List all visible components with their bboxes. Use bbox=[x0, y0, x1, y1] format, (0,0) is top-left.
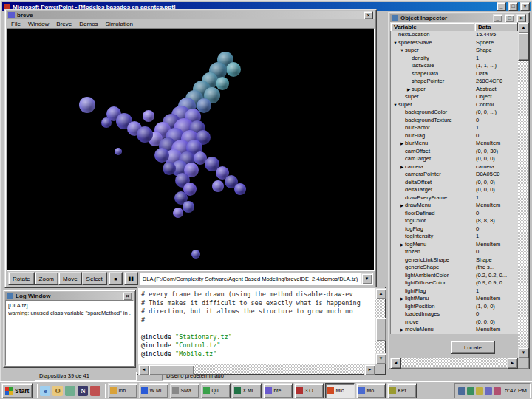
network-icon[interactable] bbox=[485, 387, 492, 395]
ie-icon[interactable]: e bbox=[40, 386, 50, 396]
mode-button-rotate[interactable]: Rotate bbox=[8, 272, 35, 285]
show-desktop-icon[interactable] bbox=[65, 386, 75, 396]
scroll-left-icon[interactable]: ◄ bbox=[138, 364, 149, 375]
chevron-right-icon[interactable]: ▶ bbox=[399, 163, 405, 171]
table-row[interactable]: move(0, 0, 0) bbox=[391, 318, 518, 327]
table-row[interactable]: cameraPointerD0A05C0 bbox=[391, 171, 518, 179]
task-button[interactable]: SMa... bbox=[170, 383, 200, 398]
chevron-right-icon[interactable]: ▶ bbox=[399, 326, 405, 334]
close-icon[interactable]: × bbox=[516, 14, 526, 22]
locate-button[interactable]: Locate bbox=[451, 341, 495, 354]
table-row[interactable]: frozen0 bbox=[391, 248, 518, 256]
pause-button[interactable]: ▮▮ bbox=[124, 272, 138, 285]
table-row[interactable]: genericShape(the s... bbox=[391, 264, 518, 272]
table-row[interactable]: drawEveryFrame1 bbox=[391, 194, 518, 202]
table-row[interactable]: fogColor(8, 8, 8) bbox=[391, 217, 518, 225]
table-row[interactable]: shapeDataData bbox=[391, 70, 518, 78]
chevron-right-icon[interactable]: ▶ bbox=[399, 202, 405, 210]
table-row[interactable]: fogIntensity1 bbox=[391, 233, 518, 241]
log-output[interactable]: [DLA.tz]warning: unused class variable "… bbox=[5, 300, 134, 366]
table-row[interactable]: lightAmbientColor(0.2, 0.2, 0... bbox=[391, 272, 518, 280]
table-row[interactable]: genericLinkShapeShape bbox=[391, 256, 518, 265]
table-row[interactable]: blurFactor1 bbox=[391, 124, 518, 132]
minimize-button[interactable]: _ bbox=[497, 2, 506, 11]
chevron-down-icon[interactable]: ▼ bbox=[392, 101, 398, 109]
chevron-right-icon[interactable]: ▶ bbox=[399, 241, 405, 249]
table-row[interactable]: floorDefined0 bbox=[391, 210, 518, 218]
inspector-horizontal-scrollbar[interactable]: ◄ ► bbox=[390, 358, 518, 367]
netscape-icon[interactable]: N bbox=[78, 386, 88, 396]
table-row[interactable]: blurFlag0 bbox=[391, 132, 518, 140]
simulation-viewport[interactable] bbox=[7, 28, 375, 271]
simulation-file-select[interactable]: DLA (F:/Com/Complexity Software/Agent Ba… bbox=[140, 273, 373, 285]
scroll-up-icon[interactable]: ▲ bbox=[518, 22, 529, 33]
table-row[interactable]: ▶superAbstract bbox=[391, 86, 518, 94]
editor-horizontal-scrollbar[interactable]: ◄ ► bbox=[138, 364, 375, 374]
antivirus-icon[interactable] bbox=[476, 387, 483, 395]
mode-button-move[interactable]: Move bbox=[58, 272, 82, 285]
chevron-right-icon[interactable]: ▶ bbox=[406, 86, 412, 94]
scrollbar-thumb[interactable] bbox=[518, 33, 529, 61]
task-button[interactable]: X Mi... bbox=[232, 383, 262, 398]
display-settings-icon[interactable] bbox=[467, 387, 474, 395]
chevron-down-icon[interactable]: ▼ bbox=[392, 39, 398, 47]
scroll-right-icon[interactable]: ► bbox=[364, 364, 375, 375]
scroll-down-icon[interactable]: ▼ bbox=[375, 353, 386, 364]
maximize-button[interactable]: □ bbox=[505, 14, 514, 22]
table-row[interactable]: lightFlag1 bbox=[391, 287, 518, 296]
stop-button[interactable]: ■ bbox=[109, 272, 123, 285]
task-button[interactable]: KPr... bbox=[387, 383, 417, 398]
scrollbar-thumb[interactable] bbox=[149, 364, 194, 375]
outlook-icon[interactable]: O bbox=[52, 386, 63, 396]
task-button[interactable]: 3 O... bbox=[294, 383, 324, 398]
task-button[interactable]: Mo... bbox=[356, 383, 386, 398]
table-row[interactable]: ▶movieMenuMenuItem bbox=[391, 326, 518, 334]
scheduler-icon[interactable] bbox=[494, 387, 501, 395]
table-row[interactable]: lightDiffuseColor(0.9, 0.9, 0... bbox=[391, 279, 518, 287]
table-row[interactable]: density1 bbox=[391, 55, 518, 63]
editor-vertical-scrollbar[interactable]: ▲ ▼ bbox=[375, 288, 385, 364]
maximize-button[interactable]: □ bbox=[508, 2, 518, 11]
menu-item-demos[interactable]: Demos bbox=[79, 21, 98, 27]
task-button[interactable]: Mic... bbox=[325, 383, 355, 398]
table-row[interactable]: lightPosition(1, 0, 0) bbox=[391, 303, 518, 311]
table-row[interactable]: deltaOffset(0, 0, 0) bbox=[391, 179, 518, 187]
volume-icon[interactable] bbox=[458, 387, 466, 395]
table-row[interactable]: nextLocation15.4495 bbox=[391, 31, 518, 39]
breve-titlebar[interactable]: breve × bbox=[7, 11, 375, 19]
table-row[interactable]: ▼superControl bbox=[391, 101, 518, 109]
scroll-right-icon[interactable]: ► bbox=[507, 358, 518, 369]
close-icon[interactable]: × bbox=[123, 292, 132, 300]
mode-button-zoom[interactable]: Zoom bbox=[35, 272, 58, 285]
task-button[interactable]: Inb... bbox=[108, 383, 137, 398]
start-button[interactable]: Start bbox=[1, 383, 33, 398]
chevron-down-icon[interactable]: ▼ bbox=[399, 47, 405, 55]
table-row[interactable]: ▶fogMenuMenuItem bbox=[391, 241, 518, 249]
table-row[interactable]: camTarget(0, 0, 0) bbox=[391, 155, 518, 163]
table-row[interactable]: lastScale(1, 1, ...) bbox=[391, 62, 518, 70]
menu-item-window[interactable]: Window bbox=[28, 21, 49, 27]
menu-item-simulation[interactable]: Simulation bbox=[106, 21, 133, 27]
inspector-titlebar[interactable]: Object Inspector _ □ × bbox=[390, 14, 528, 22]
close-button[interactable]: × bbox=[520, 2, 530, 11]
table-row[interactable]: ▼spheresSlaveSphere bbox=[391, 39, 518, 47]
table-row[interactable]: loadedImages0 bbox=[391, 310, 518, 318]
table-row[interactable]: camOffset(0, 0, 30) bbox=[391, 148, 518, 156]
chevron-down-icon[interactable]: ▼ bbox=[361, 273, 372, 284]
scroll-down-icon[interactable]: ▼ bbox=[518, 347, 529, 358]
scroll-up-icon[interactable]: ▲ bbox=[375, 288, 386, 299]
scrollbar-thumb[interactable] bbox=[375, 318, 386, 341]
table-row[interactable]: ▼superShape bbox=[391, 47, 518, 55]
table-row[interactable]: backgroundTexture0 bbox=[391, 117, 518, 125]
table-row[interactable]: backgroundColor(0, 0, ...) bbox=[391, 109, 518, 117]
chevron-right-icon[interactable]: ▶ bbox=[399, 140, 405, 148]
code-editor[interactable]: # every frame be drawn (using the method… bbox=[138, 288, 375, 364]
mode-button-select[interactable]: Select bbox=[82, 272, 107, 285]
table-row[interactable]: ▶drawMenuMenuItem bbox=[391, 202, 518, 210]
menu-item-breve[interactable]: Breve bbox=[56, 21, 72, 27]
table-row[interactable]: ▶cameracamera bbox=[391, 163, 518, 171]
table-row[interactable]: shapePointer268C4CF0 bbox=[391, 78, 518, 86]
log-titlebar[interactable]: Log Window × bbox=[5, 292, 134, 300]
table-row[interactable]: superObject bbox=[391, 93, 518, 101]
close-icon[interactable]: × bbox=[364, 11, 373, 19]
